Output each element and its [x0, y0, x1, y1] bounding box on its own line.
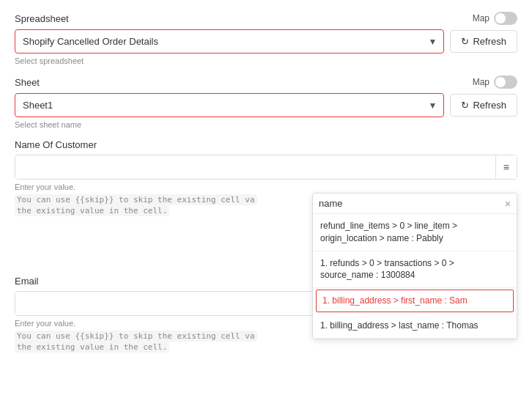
- sheet-refresh-label: Refresh: [473, 100, 506, 111]
- spreadsheet-map-group: Map: [473, 12, 517, 25]
- list-item[interactable]: refund_line_items > 0 > line_item > orig…: [313, 214, 517, 251]
- sheet-map-label: Map: [473, 77, 489, 87]
- name-helper: Enter your value.: [15, 183, 517, 191]
- clear-search-icon[interactable]: ×: [505, 199, 511, 209]
- sheet-refresh-icon: ↻: [461, 100, 469, 111]
- sheet-header: Sheet Map: [15, 75, 517, 89]
- sheet-select[interactable]: Sheet1: [15, 93, 444, 117]
- list-item[interactable]: 1. refunds > 0 > transactions > 0 > sour…: [313, 251, 517, 289]
- spreadsheet-map-label: Map: [473, 13, 489, 23]
- name-skip-text-line2: the existing value in the cell.: [15, 205, 169, 216]
- name-input-row: ≡: [15, 155, 517, 180]
- name-skip-text-line1: You can use {{skip}} to skip the existin…: [15, 194, 257, 205]
- email-skip-text-line1: You can use {{skip}} to skip the existin…: [15, 331, 257, 342]
- sheet-map-group: Map: [473, 75, 517, 89]
- spreadsheet-refresh-icon: ↻: [461, 36, 469, 47]
- email-skip-text-line2: the existing value in the cell.: [15, 342, 169, 353]
- spreadsheet-refresh-label: Refresh: [473, 36, 506, 47]
- spreadsheet-map-toggle[interactable]: [494, 12, 517, 25]
- spreadsheet-helper: Select spreadsheet: [15, 56, 517, 65]
- spreadsheet-input-row: Shopify Cancelled Order Details ▼ ↻ Refr…: [15, 29, 517, 54]
- sheet-refresh-button[interactable]: ↻ Refresh: [450, 94, 517, 117]
- sheet-map-toggle[interactable]: [494, 75, 517, 89]
- name-of-customer-label: Name Of Customer: [15, 139, 97, 150]
- name-hamburger-button[interactable]: ≡: [495, 155, 517, 179]
- list-item-highlighted[interactable]: 1. billing_address > first_name : Sam: [316, 290, 514, 312]
- dropdown-items-list: refund_line_items > 0 > line_item > orig…: [313, 214, 517, 339]
- sheet-helper: Select sheet name: [15, 120, 517, 129]
- hamburger-icon: ≡: [503, 161, 509, 173]
- name-of-customer-section: Name Of Customer ≡ Enter your value. × r…: [15, 139, 517, 217]
- name-of-customer-header: Name Of Customer: [15, 139, 517, 150]
- spreadsheet-select[interactable]: Shopify Cancelled Order Details: [15, 29, 444, 54]
- dropdown-search-row: ×: [313, 194, 517, 214]
- spreadsheet-header: Spreadsheet Map: [15, 12, 517, 25]
- sheet-section: Sheet Map Sheet1 ▼ ↻ Refresh Select shee…: [15, 75, 517, 129]
- spreadsheet-label: Spreadsheet: [15, 13, 69, 24]
- email-label: Email: [15, 276, 39, 287]
- spreadsheet-section: Spreadsheet Map Shopify Cancelled Order …: [15, 12, 517, 65]
- spreadsheet-refresh-button[interactable]: ↻ Refresh: [450, 30, 517, 53]
- name-dropdown-box: × refund_line_items > 0 > line_item > or…: [312, 193, 517, 339]
- sheet-input-row: Sheet1 ▼ ↻ Refresh: [15, 93, 517, 117]
- sheet-label: Sheet: [15, 77, 40, 88]
- spreadsheet-select-wrapper: Shopify Cancelled Order Details ▼: [15, 29, 444, 54]
- name-input[interactable]: [15, 156, 495, 179]
- list-item[interactable]: 1. billing_address > last_name : Thomas: [313, 314, 517, 339]
- dropdown-search-input[interactable]: [319, 198, 500, 209]
- sheet-select-wrapper: Sheet1 ▼: [15, 93, 444, 117]
